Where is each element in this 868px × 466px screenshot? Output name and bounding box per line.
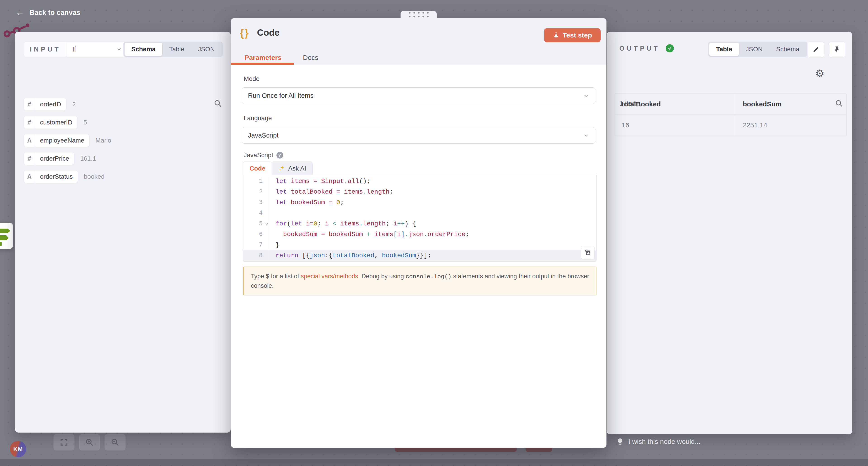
- code-text: [268, 208, 276, 219]
- input-tab-schema[interactable]: Schema: [125, 43, 162, 56]
- input-panel: INPUT If Schema Table JSON 16 items #ord…: [15, 32, 231, 433]
- schema-field-pill[interactable]: #customerID: [24, 116, 78, 129]
- output-display-tabs: Table JSON Schema: [708, 41, 807, 57]
- output-tab-table[interactable]: Table: [709, 43, 739, 56]
- tab-docs[interactable]: Docs: [303, 54, 318, 61]
- line-number: 8: [243, 250, 268, 261]
- schema-field-name: employeeName: [35, 134, 89, 146]
- chevron-down-icon: [116, 46, 122, 52]
- chevron-down-icon: [583, 132, 589, 139]
- line-number: 5˅: [243, 219, 268, 229]
- fold-chevron-icon[interactable]: ˅: [266, 219, 268, 230]
- code-text: }: [268, 240, 279, 250]
- zoom-out-button: [105, 434, 125, 451]
- input-schema-list: #orderID2#customerID5AemployeeNameMario#…: [24, 93, 227, 183]
- code-line[interactable]: 1let items = $input.all();: [243, 176, 596, 187]
- schema-field-value: 161.1: [80, 155, 96, 162]
- node-settings-gear-icon[interactable]: ⚙: [815, 67, 825, 79]
- editor-tabs: Code Ask AI: [243, 162, 313, 175]
- javascript-field-label: JavaScript ?: [244, 152, 283, 159]
- schema-field-row[interactable]: #orderID2: [24, 98, 227, 111]
- editor-tab-code[interactable]: Code: [243, 162, 272, 175]
- modal-body: Mode Run Once for All Items Language Jav…: [231, 65, 607, 448]
- output-panel-label: OUTPUT: [619, 45, 660, 52]
- output-cell-value: 16: [615, 115, 736, 136]
- pin-data-button[interactable]: [829, 41, 845, 57]
- input-source-select[interactable]: INPUT If: [24, 41, 128, 57]
- output-table-row: 162251.14: [615, 115, 846, 136]
- code-line[interactable]: 8return [{json:{totalBooked, bookedSum}}…: [243, 250, 596, 261]
- mode-select[interactable]: Run Once for All Items: [242, 88, 595, 104]
- string-type-icon: A: [24, 134, 35, 146]
- output-tab-schema[interactable]: Schema: [770, 43, 806, 56]
- user-avatar: KM: [10, 441, 26, 457]
- string-type-icon: A: [24, 171, 35, 183]
- code-text: let totalBooked = items.length;: [268, 187, 393, 197]
- schema-field-value: booked: [84, 173, 105, 180]
- code-line[interactable]: 3let bookedSum = 0;: [243, 197, 596, 208]
- code-node-icon: {}: [240, 27, 249, 39]
- line-number: 4: [243, 208, 268, 219]
- drag-dots-icon: [409, 12, 429, 18]
- back-arrow-icon: ←: [16, 8, 24, 17]
- schema-field-pill[interactable]: #orderID: [24, 98, 66, 111]
- expand-icon: [584, 249, 592, 256]
- sparkles-icon: [278, 165, 285, 172]
- back-to-canvas-button[interactable]: ← Back to canvas: [16, 8, 81, 17]
- code-line[interactable]: 4: [243, 208, 596, 219]
- editor-expand-button[interactable]: [581, 246, 594, 259]
- output-column-header: bookedSum: [736, 94, 846, 114]
- zoom-in-button: [79, 434, 100, 451]
- zoom-in-icon: [85, 438, 94, 446]
- schema-field-row[interactable]: #orderPrice161.1: [24, 152, 227, 165]
- number-type-icon: #: [24, 116, 35, 129]
- output-column-header: totalBooked: [615, 94, 736, 114]
- lightbulb-icon: [616, 438, 624, 445]
- output-tab-json[interactable]: JSON: [739, 43, 770, 56]
- code-editor[interactable]: 1let items = $input.all();2let totalBook…: [243, 175, 596, 262]
- fit-view-button: [54, 434, 74, 451]
- input-source-value: If: [72, 46, 76, 53]
- schema-field-pill[interactable]: AorderStatus: [24, 170, 78, 183]
- output-table: totalBookedbookedSum162251.14: [615, 94, 846, 136]
- pencil-icon: [812, 46, 820, 53]
- line-number: 3: [243, 197, 268, 208]
- schema-field-row[interactable]: AorderStatusbooked: [24, 170, 227, 183]
- special-vars-link[interactable]: special vars/methods: [301, 273, 358, 280]
- schema-field-row[interactable]: AemployeeNameMario: [24, 134, 227, 147]
- modal-drag-handle[interactable]: [401, 11, 437, 19]
- input-tab-table[interactable]: Table: [162, 43, 191, 56]
- output-cell-value: 2251.14: [736, 115, 846, 136]
- edit-output-button[interactable]: [808, 41, 824, 57]
- mode-label: Mode: [244, 75, 259, 82]
- schema-field-name: orderStatus: [35, 171, 78, 183]
- schema-field-row[interactable]: #customerID5: [24, 116, 227, 129]
- help-question-icon[interactable]: ?: [276, 152, 283, 159]
- test-step-button[interactable]: Test step: [544, 28, 600, 42]
- schema-field-pill[interactable]: #orderPrice: [24, 152, 74, 165]
- schema-field-name: orderPrice: [35, 153, 74, 165]
- output-table-header-row: totalBookedbookedSum: [615, 94, 846, 115]
- code-text: let items = $input.all();: [268, 176, 370, 187]
- code-text: let bookedSum = 0;: [268, 197, 344, 208]
- node-feedback-button[interactable]: I wish this node would...: [616, 438, 701, 445]
- schema-field-name: customerID: [35, 116, 77, 129]
- tab-parameters[interactable]: Parameters: [245, 54, 281, 61]
- input-tab-json[interactable]: JSON: [191, 43, 221, 56]
- code-text: bookedSum = bookedSum + items[i].json.or…: [268, 229, 469, 240]
- code-line[interactable]: 5˅for(let i=0; i < items.length; i++) {: [243, 219, 596, 229]
- schema-field-pill[interactable]: AemployeeName: [24, 134, 90, 147]
- zoom-out-icon: [111, 438, 119, 446]
- line-number: 1: [243, 176, 268, 187]
- editor-tab-ask-ai[interactable]: Ask AI: [272, 162, 313, 175]
- language-value: JavaScript: [248, 132, 278, 139]
- pin-icon: [833, 46, 841, 53]
- code-line[interactable]: 2let totalBooked = items.length;: [243, 187, 596, 197]
- code-line[interactable]: 6 bookedSum = bookedSum + items[i].json.…: [243, 229, 596, 240]
- code-line[interactable]: 7}: [243, 240, 596, 250]
- language-select[interactable]: JavaScript: [242, 127, 595, 144]
- schema-field-value: 2: [72, 101, 76, 108]
- schema-field-value: 5: [84, 119, 87, 126]
- number-type-icon: #: [24, 153, 35, 165]
- test-step-label: Test step: [563, 31, 592, 39]
